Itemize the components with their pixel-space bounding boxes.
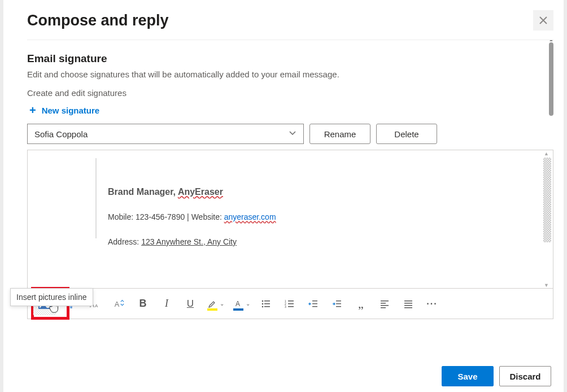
signature-select-value: Sofia Coppola [34, 129, 88, 139]
svg-rect-26 [404, 300, 412, 302]
rename-button[interactable]: Rename [309, 124, 370, 144]
vertical-divider [95, 158, 97, 238]
dialog-footer: Save Discard [442, 366, 551, 386]
dialog-title: Compose and reply [27, 12, 169, 29]
dialog-header: Compose and reply [27, 5, 553, 40]
compose-and-reply-dialog: Compose and reply ▲ Email signature Edit… [0, 0, 567, 392]
website-value[interactable]: anyeraser.com [224, 212, 276, 221]
svg-point-4 [262, 300, 264, 302]
outdent-button[interactable] [306, 296, 321, 312]
highlight-button[interactable]: ⌄ [206, 298, 224, 310]
svg-rect-28 [404, 305, 412, 306]
svg-point-8 [262, 306, 264, 307]
align-justify-icon [403, 299, 413, 309]
editor-scroll-down-icon: ▼ [544, 282, 549, 288]
svg-rect-24 [381, 305, 389, 306]
editor-canvas[interactable]: Brand Manager, AnyEraser Mobile: 123-456… [28, 150, 553, 289]
svg-rect-25 [381, 307, 386, 308]
svg-rect-21 [336, 306, 341, 307]
mobile-value: 123-456-7890 [136, 212, 187, 221]
editor-scroll-thumb[interactable] [543, 158, 551, 242]
italic-button[interactable]: I [159, 296, 175, 312]
editor-scrollbar[interactable]: ▲ ▼ [543, 152, 552, 287]
website-label: Website: [191, 212, 224, 221]
section-description: Edit and choose signatures that will be … [27, 69, 553, 79]
signature-role: Brand Manager, [108, 187, 178, 197]
address-value: 123 Anywhere St., Any City [141, 237, 237, 246]
indent-button[interactable] [329, 296, 345, 312]
font-size-icon: A [114, 298, 125, 310]
quote-button[interactable]: „ [353, 296, 369, 312]
svg-rect-29 [404, 307, 412, 308]
svg-rect-7 [264, 303, 270, 304]
svg-rect-18 [312, 306, 317, 307]
chevron-down-icon: ⌄ [246, 300, 250, 307]
signature-selector-row: Sofia Coppola Rename Delete [27, 124, 553, 144]
signature-title-line: Brand Manager, AnyEraser [108, 184, 549, 199]
delete-button[interactable]: Delete [376, 124, 437, 144]
svg-rect-23 [381, 303, 386, 304]
bullet-list-icon [261, 299, 271, 309]
signature-editor: Brand Manager, AnyEraser Mobile: 123-456… [27, 150, 553, 319]
numbered-list-button[interactable]: 123 [282, 296, 298, 312]
numbered-list-icon: 123 [285, 299, 295, 309]
contact-divider: | [187, 212, 191, 221]
font-color-icon: A [232, 298, 245, 310]
body-scrollbar[interactable] [549, 42, 553, 116]
save-button[interactable]: Save [442, 366, 494, 386]
font-color-button[interactable]: A ⌄ [232, 298, 250, 310]
svg-rect-17 [312, 303, 317, 304]
underline-button[interactable]: U [182, 296, 198, 312]
close-button[interactable] [533, 10, 553, 31]
editor-toolbar: AA A B I U ⌄ A [28, 288, 553, 319]
svg-rect-27 [404, 303, 412, 304]
align-left-button[interactable] [377, 296, 392, 312]
new-signature-button[interactable]: + New signature [27, 104, 99, 116]
svg-rect-22 [381, 300, 389, 302]
svg-rect-15 [288, 306, 294, 307]
signature-address-line: Address: 123 Anywhere St., Any City [108, 236, 549, 249]
outdent-icon [308, 299, 319, 309]
svg-rect-9 [264, 306, 270, 307]
signature-company: AnyEraser [178, 187, 223, 197]
highlight-icon [206, 298, 219, 310]
indent-icon [332, 299, 342, 309]
font-size-button[interactable]: A [111, 296, 127, 312]
editor-scroll-up-icon: ▲ [544, 151, 549, 156]
chevron-down-icon: ⌄ [220, 300, 224, 307]
address-label: Address: [108, 237, 141, 246]
section-sub: Create and edit signatures [27, 88, 553, 98]
svg-rect-13 [288, 303, 294, 304]
signature-contact-line: Mobile: 123-456-7890 | Website: anyerase… [108, 211, 549, 224]
svg-rect-16 [312, 300, 317, 301]
svg-text:A: A [115, 300, 120, 308]
bold-button[interactable]: B [135, 296, 151, 312]
svg-text:A: A [235, 300, 240, 308]
svg-text:A: A [95, 303, 98, 308]
signature-select[interactable]: Sofia Coppola [27, 124, 304, 144]
svg-text:3: 3 [285, 305, 286, 308]
chevron-down-icon [289, 129, 296, 139]
discard-button[interactable]: Discard [499, 366, 551, 386]
more-options-button[interactable]: ··· [424, 296, 440, 312]
svg-point-6 [262, 303, 264, 304]
section-title: Email signature [27, 53, 553, 65]
svg-rect-5 [264, 300, 270, 302]
signature-content: Brand Manager, AnyEraser Mobile: 123-456… [90, 184, 549, 249]
plus-icon: + [29, 104, 36, 116]
mobile-label: Mobile: [108, 212, 136, 221]
insert-picture-tooltip: Insert pictures inline [10, 288, 93, 306]
align-justify-button[interactable] [400, 296, 416, 312]
align-left-icon [380, 299, 390, 309]
bullet-list-button[interactable] [258, 296, 274, 312]
new-signature-label: New signature [42, 106, 100, 115]
svg-rect-20 [336, 303, 341, 304]
dialog-body: ▲ Email signature Edit and choose signat… [27, 40, 553, 356]
svg-rect-11 [288, 300, 294, 302]
close-icon [539, 16, 548, 25]
svg-rect-19 [336, 300, 341, 301]
